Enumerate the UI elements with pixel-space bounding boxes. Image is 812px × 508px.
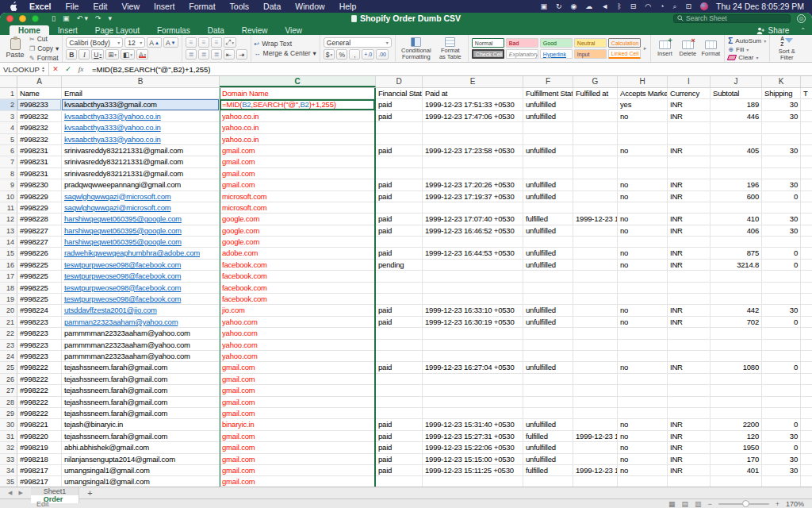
select-all-corner[interactable] — [0, 76, 17, 87]
cell-H2[interactable]: yes — [618, 99, 668, 110]
zoom-in-icon[interactable]: + — [776, 500, 779, 508]
zoom-slider[interactable] — [718, 503, 769, 505]
column-header-K[interactable]: K — [762, 76, 801, 87]
zoom-window-button[interactable] — [32, 15, 39, 22]
customize-toolbar-icon[interactable]: ▾ — [109, 13, 113, 23]
feedback-smiley-icon[interactable]: ☺ — [797, 14, 806, 23]
name-box[interactable]: VLOOKUP ▲▼ — [0, 63, 49, 75]
cloud-icon[interactable]: ☁ — [585, 0, 592, 13]
align-middle-button[interactable]: ≡ — [198, 37, 209, 48]
cell-D31[interactable]: paid — [376, 431, 423, 442]
cell-G12[interactable]: 1999-12-23 1 — [573, 214, 618, 225]
delete-cells-button[interactable]: Delete — [677, 40, 698, 57]
cell-style-explanatory-t-[interactable]: Explanatory T... — [506, 49, 538, 59]
conditional-formatting-button[interactable]: ConditionalFormatting — [399, 37, 434, 60]
cell-B4[interactable]: kvsaabcthya333@yahoo.co.in — [62, 122, 220, 133]
cell-C24[interactable]: yahoo.com — [220, 351, 376, 362]
cell-C15[interactable]: adobe.com — [220, 248, 376, 259]
cell-K22[interactable] — [762, 328, 801, 339]
cell-L32[interactable] — [801, 442, 812, 453]
cell-J10[interactable]: 600 — [710, 191, 762, 202]
cell-G5[interactable] — [573, 134, 618, 145]
cell-A9[interactable]: #998230 — [17, 179, 62, 190]
cell-H11[interactable] — [618, 202, 668, 214]
row-header-32[interactable]: 32 — [0, 442, 17, 453]
styles-gallery-more-icon[interactable]: ▸ — [643, 45, 648, 52]
cell-A16[interactable]: #998225 — [17, 260, 62, 271]
cell-L30[interactable] — [801, 419, 812, 430]
cell-E6[interactable]: 1999-12-23 17:23:58 +0530 — [423, 145, 523, 156]
cell-K3[interactable]: 30 — [762, 111, 801, 122]
cell-H6[interactable]: no — [618, 145, 668, 156]
cell-H3[interactable]: no — [618, 111, 668, 122]
cell-B3[interactable]: kvsaabcthya333@yahoo.co.in — [62, 111, 220, 122]
battery-icon[interactable]: ⊟ — [630, 0, 637, 13]
font-name-select[interactable]: Calibri (Body)▾ — [66, 37, 123, 48]
cell-K15[interactable]: 0 — [762, 248, 801, 259]
format-cells-button[interactable]: Format — [700, 40, 721, 57]
cell-G17[interactable] — [573, 271, 618, 282]
row-header-3[interactable]: 3 — [0, 111, 17, 122]
increase-indent-button[interactable]: ⇥ — [236, 49, 247, 60]
cell-D18[interactable] — [376, 283, 423, 294]
row-header-29[interactable]: 29 — [0, 408, 17, 419]
cell-J22[interactable] — [710, 328, 762, 339]
cell-K18[interactable] — [762, 283, 801, 294]
cell-E8[interactable] — [423, 168, 523, 179]
cell-C1[interactable]: Domain Name — [220, 88, 376, 99]
close-window-button[interactable] — [6, 15, 13, 22]
cell-J13[interactable]: 406 — [710, 225, 762, 237]
cell-K23[interactable] — [762, 340, 801, 351]
cell-J9[interactable]: 196 — [710, 179, 762, 190]
wrap-text-button[interactable]: ↩Wrap Text — [255, 40, 316, 48]
cell-A21[interactable]: #998223 — [17, 317, 62, 328]
cell-K8[interactable] — [762, 168, 801, 179]
number-format-select[interactable]: General▾ — [324, 37, 392, 48]
cell-J15[interactable]: 875 — [710, 248, 762, 259]
cell-D23[interactable] — [376, 340, 423, 351]
cell-F5[interactable] — [523, 134, 573, 145]
cell-E23[interactable] — [423, 340, 523, 351]
cell-F3[interactable]: unfulfilled — [523, 111, 573, 122]
cell-K17[interactable] — [762, 271, 801, 282]
cell-L3[interactable] — [801, 111, 812, 122]
cell-J27[interactable] — [710, 385, 762, 396]
cell-D22[interactable] — [376, 328, 423, 339]
cell-F30[interactable]: unfulfilled — [523, 419, 573, 430]
email-link[interactable]: utsddavffzesta2001@jio.com — [64, 306, 157, 314]
cell-G9[interactable] — [573, 179, 618, 190]
shrink-font-button[interactable]: A▼ — [163, 37, 178, 48]
cell-B8[interactable]: srinivasreddy832121331@gmail.com — [62, 168, 220, 179]
time-machine-icon[interactable]: ◔ — [660, 0, 664, 13]
cell-F12[interactable]: fulfilled — [523, 214, 573, 225]
cell-I34[interactable]: INR — [668, 465, 710, 476]
cell-G22[interactable] — [573, 328, 618, 339]
cell-D17[interactable] — [376, 271, 423, 282]
currency-format-button[interactable]: $▾ — [324, 49, 335, 60]
column-header-overflow[interactable] — [801, 76, 812, 87]
cell-A14[interactable]: #998227 — [17, 237, 62, 248]
cell-E21[interactable]: 1999-12-23 16:30:19 +0530 — [423, 317, 523, 328]
cell-K21[interactable]: 0 — [762, 317, 801, 328]
zoom-level[interactable]: 170% — [786, 500, 804, 508]
cell-H27[interactable] — [618, 385, 668, 396]
font-color-button[interactable]: A▾ — [136, 49, 148, 60]
cell-D14[interactable] — [376, 237, 423, 248]
cell-A25[interactable]: #998222 — [17, 362, 62, 373]
cell-F21[interactable]: unfulfilled — [523, 317, 573, 328]
sheet-tab-sheet1[interactable]: Sheet1 — [31, 487, 80, 495]
cell-G35[interactable] — [573, 476, 618, 487]
cell-D13[interactable]: paid — [376, 225, 423, 237]
cell-E24[interactable] — [423, 351, 523, 362]
cell-B23[interactable]: pammmman22323aaham@yahoo.com — [62, 340, 220, 351]
cell-K34[interactable]: 30 — [762, 465, 801, 476]
cell-B26[interactable]: tejashssneem.farah@gmail.com — [62, 374, 220, 385]
sort-filter-button[interactable]: AZ Sort &Filter — [773, 37, 800, 61]
cell-I20[interactable]: INR — [668, 305, 710, 316]
cell-H24[interactable] — [618, 351, 668, 362]
cell-H10[interactable]: no — [618, 191, 668, 202]
row-header-31[interactable]: 31 — [0, 431, 17, 442]
cell-G27[interactable] — [573, 385, 618, 396]
row-header-22[interactable]: 22 — [0, 328, 17, 339]
row-header-19[interactable]: 19 — [0, 294, 17, 305]
